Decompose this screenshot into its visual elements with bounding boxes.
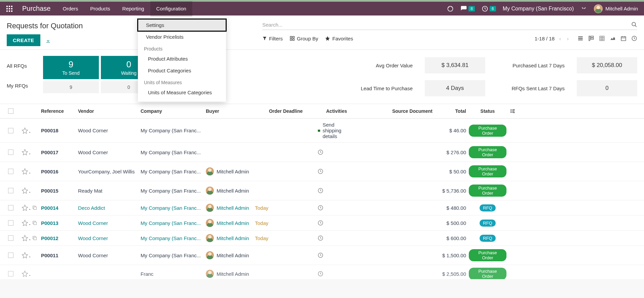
app-brand[interactable]: Purchase bbox=[16, 5, 57, 12]
col-deadline[interactable]: Order Deadline bbox=[254, 108, 304, 114]
columns-gear-icon[interactable] bbox=[509, 108, 520, 114]
col-reference[interactable]: Reference bbox=[40, 108, 77, 114]
select-all-checkbox[interactable] bbox=[8, 108, 13, 114]
star-icon[interactable] bbox=[22, 235, 28, 241]
buyer-name: Mitchell Admin bbox=[217, 253, 249, 258]
table-row[interactable]: .FrancMitchell Admin$ 2,505.00Purchase O… bbox=[0, 265, 644, 279]
row-checkbox[interactable] bbox=[8, 253, 13, 258]
col-source[interactable]: Source Document bbox=[348, 108, 434, 114]
clock-icon[interactable] bbox=[317, 252, 324, 258]
pager-prev[interactable]: ‹ bbox=[558, 36, 562, 41]
row-checkbox[interactable] bbox=[8, 271, 13, 276]
star-icon[interactable] bbox=[22, 187, 28, 194]
company-switcher[interactable]: My Company (San Francisco) bbox=[499, 1, 577, 16]
reference-cell: P00014 bbox=[41, 205, 59, 211]
dropdown-vendor-pricelists[interactable]: Vendor Pricelists bbox=[138, 31, 226, 43]
activity-cell[interactable]: Send shipping details bbox=[317, 122, 347, 139]
col-activities[interactable]: Activities bbox=[304, 108, 348, 114]
row-checkbox[interactable] bbox=[8, 235, 13, 241]
view-calendar-icon[interactable] bbox=[620, 35, 627, 41]
clock-icon[interactable] bbox=[317, 149, 324, 155]
clock-icon[interactable] bbox=[317, 220, 324, 226]
menu-configuration[interactable]: Configuration bbox=[150, 1, 192, 16]
table-row[interactable]: .P00015Ready MatMy Company (San Franc...… bbox=[0, 181, 644, 200]
company-cell: My Company (San Franc... bbox=[141, 235, 201, 241]
pager-next[interactable]: › bbox=[566, 36, 570, 41]
row-checkbox[interactable] bbox=[8, 150, 13, 155]
col-buyer[interactable]: Buyer bbox=[204, 108, 254, 114]
menu-reporting[interactable]: Reporting bbox=[116, 1, 150, 16]
svg-rect-6 bbox=[6, 10, 8, 12]
col-status[interactable]: Status bbox=[467, 108, 508, 114]
stat-to-send[interactable]: 9 To Send bbox=[43, 56, 99, 79]
row-checkbox[interactable] bbox=[8, 169, 13, 174]
filters-button[interactable]: Filters bbox=[262, 36, 283, 41]
kpi-lead-time-label: Lead Time to Purchase bbox=[355, 86, 413, 91]
clock-icon[interactable] bbox=[317, 188, 324, 194]
clock-icon[interactable] bbox=[317, 205, 324, 211]
view-list-icon[interactable] bbox=[577, 35, 583, 41]
view-activity-icon[interactable] bbox=[631, 35, 637, 41]
col-company[interactable]: Company bbox=[139, 108, 204, 114]
search-icon[interactable] bbox=[631, 22, 637, 28]
clock-badge: 6 bbox=[490, 6, 496, 11]
star-icon[interactable] bbox=[22, 270, 28, 277]
pager-text[interactable]: 1-18 / 18 bbox=[535, 36, 555, 41]
star-icon[interactable] bbox=[22, 220, 28, 226]
col-vendor[interactable]: Vendor bbox=[77, 108, 139, 114]
debug-icon[interactable] bbox=[577, 1, 591, 16]
table-row[interactable]: .P00016YourCompany, Joel WillisMy Compan… bbox=[0, 162, 644, 181]
svg-rect-17 bbox=[591, 36, 594, 37]
table-row[interactable]: .P00018Wood CornerMy Company (San Franc.… bbox=[0, 119, 644, 143]
table-row[interactable]: .P00011Wood CornerMy Company (San Franc.… bbox=[0, 246, 644, 265]
clock-icon[interactable] bbox=[317, 271, 324, 277]
clock-icon[interactable] bbox=[317, 235, 324, 241]
table-row[interactable]: .P00013Wood CornerMy Company (San Franc.… bbox=[0, 216, 644, 231]
star-icon[interactable] bbox=[22, 149, 28, 156]
buyer-avatar bbox=[206, 219, 214, 227]
clock-icon[interactable] bbox=[317, 168, 324, 174]
dropdown-product-categories[interactable]: Product Categories bbox=[138, 65, 226, 76]
table-row[interactable]: .P00014Deco AddictMy Company (San Franc.… bbox=[0, 200, 644, 216]
dropdown-settings[interactable]: Settings bbox=[138, 19, 226, 31]
col-total[interactable]: Total bbox=[434, 108, 467, 114]
view-graph-icon[interactable] bbox=[610, 35, 616, 41]
star-icon[interactable] bbox=[22, 168, 28, 175]
star-icon[interactable] bbox=[22, 204, 28, 211]
star-icon[interactable] bbox=[22, 127, 28, 134]
favorites-button[interactable]: Favorites bbox=[325, 36, 353, 41]
search-bar[interactable] bbox=[262, 22, 637, 30]
table-row[interactable]: .P00012Wood CornerMy Company (San Franc.… bbox=[0, 231, 644, 246]
menu-products[interactable]: Products bbox=[84, 1, 116, 16]
groupby-button[interactable]: Group By bbox=[290, 36, 318, 41]
view-kanban-icon[interactable] bbox=[588, 35, 594, 41]
row-checkbox[interactable] bbox=[8, 188, 13, 193]
search-input[interactable] bbox=[262, 22, 631, 28]
buyer-cell: Mitchell Admin bbox=[204, 270, 254, 278]
chat-icon[interactable]: 8 bbox=[457, 1, 478, 16]
menu-orders[interactable]: Orders bbox=[57, 1, 84, 16]
star-icon[interactable] bbox=[22, 252, 28, 259]
all-rfqs-tab[interactable]: All RFQs bbox=[7, 61, 40, 71]
reference-cell: P00018 bbox=[41, 128, 59, 133]
kpi-lead-time-value: 4 Days bbox=[425, 80, 485, 96]
create-button[interactable]: CREATE bbox=[7, 34, 40, 46]
user-menu[interactable]: Mitchell Admin bbox=[591, 1, 641, 16]
row-checkbox[interactable] bbox=[8, 220, 13, 226]
row-checkbox[interactable] bbox=[8, 205, 13, 210]
my-rfqs-tab[interactable]: My RFQs bbox=[7, 81, 40, 91]
apps-icon[interactable] bbox=[3, 6, 16, 12]
support-icon[interactable] bbox=[444, 1, 457, 16]
dropdown-uom-categories[interactable]: Units of Measure Categories bbox=[138, 87, 226, 98]
copy-icon[interactable] bbox=[32, 220, 37, 226]
activity-clock-icon[interactable]: 6 bbox=[478, 1, 499, 16]
copy-icon[interactable] bbox=[32, 205, 37, 210]
stat-my-to-send[interactable]: 9 bbox=[43, 81, 99, 93]
company-cell: My Company (San Franc... bbox=[141, 220, 201, 226]
view-pivot-icon[interactable] bbox=[599, 35, 605, 41]
row-checkbox[interactable] bbox=[8, 128, 13, 133]
copy-icon[interactable] bbox=[32, 235, 37, 241]
download-icon[interactable] bbox=[45, 38, 51, 43]
table-row[interactable]: .P00017Wood CornerMy Company (San Franc.… bbox=[0, 143, 644, 162]
dropdown-product-attributes[interactable]: Product Attributes bbox=[138, 53, 226, 65]
